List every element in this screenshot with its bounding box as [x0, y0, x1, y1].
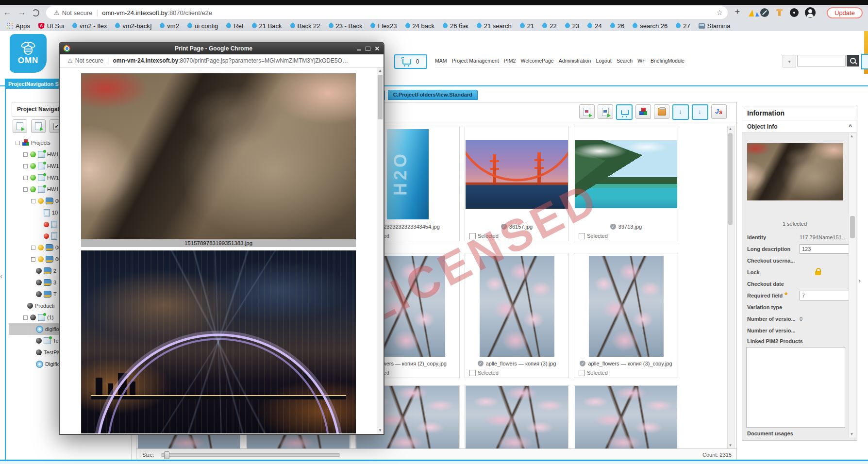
collapse-left-panel-icon[interactable]: ‹ — [0, 269, 6, 282]
bookmark-item[interactable]: 24 back — [405, 22, 435, 30]
field-input[interactable]: 123 — [800, 244, 851, 254]
grid-scrollbar[interactable]: ▲ ▼ — [727, 126, 734, 449]
omn-logo[interactable]: OMN — [10, 34, 47, 73]
print-page-window[interactable]: Print Page - Google Chrome ⚠ Not secure … — [59, 42, 384, 435]
document-cell[interactable]: aplle_flowers — копия (3).jpg Selected — [465, 253, 569, 378]
scroll-up-icon[interactable]: ▲ — [849, 133, 854, 139]
bookmark-item[interactable]: 23 — [565, 22, 579, 30]
plus-extension-icon[interactable] — [734, 8, 742, 17]
bookmark-item[interactable]: 26 бэк — [443, 22, 468, 30]
expander-icon[interactable] — [31, 199, 35, 203]
nav-item[interactable]: WelcomePage — [521, 58, 554, 64]
toolbar-button[interactable] — [598, 104, 613, 119]
reload-icon[interactable] — [32, 9, 39, 17]
bookmark-item[interactable]: 24 — [587, 22, 601, 30]
selected-checkbox[interactable] — [469, 233, 476, 239]
bookmark-item[interactable]: 21 — [520, 22, 534, 30]
global-search-button[interactable] — [847, 55, 859, 66]
scrollbar-thumb[interactable] — [850, 216, 855, 238]
bookmark-item[interactable]: UI Sui — [38, 22, 64, 30]
document-thumbnail[interactable] — [480, 256, 554, 357]
partial-edge-button[interactable] — [861, 54, 868, 69]
popup-address-bar[interactable]: ⚠ Not secure | omn-vm-24.intexsoft.by :8… — [60, 54, 384, 67]
chart-extension-icon[interactable] — [749, 10, 754, 17]
view-tab[interactable]: C.ProjectFoldersView.Standard — [388, 90, 478, 100]
toolbar-button[interactable] — [711, 104, 727, 119]
bookmark-item[interactable]: 23 - Back — [329, 22, 363, 30]
tool-extension-icon[interactable] — [778, 9, 781, 16]
selected-checkbox[interactable] — [579, 370, 585, 376]
bookmark-item[interactable]: search 26 — [633, 22, 668, 30]
document-cell[interactable]: 36157.jpg Selected — [465, 126, 569, 241]
bookmark-item[interactable]: 27 — [676, 22, 690, 30]
scroll-up-icon[interactable]: ▲ — [377, 67, 383, 74]
info-scrollbar[interactable]: ▲ ▼ — [849, 133, 856, 437]
toolbar-button[interactable] — [654, 104, 669, 119]
basket-counter[interactable]: 0 — [394, 54, 427, 69]
address-bar[interactable]: ⚠ Not secure | omn-vm-24.intexsoft.by :8… — [46, 6, 728, 19]
bookmark-item[interactable]: 21 Back — [252, 22, 282, 30]
nav-item[interactable]: WF — [637, 58, 645, 64]
expander-icon[interactable] — [31, 246, 35, 250]
bookmark-item[interactable]: Flex23 — [370, 22, 397, 30]
document-thumbnail[interactable] — [589, 256, 664, 357]
expander-icon[interactable] — [23, 164, 28, 168]
bookmark-item[interactable]: 26 — [610, 22, 624, 30]
field-input[interactable]: 7 — [800, 291, 851, 300]
export-tree-button[interactable] — [13, 119, 27, 133]
scrollbar-thumb[interactable] — [378, 75, 383, 119]
document-thumbnail[interactable]: H2O — [387, 129, 429, 219]
blocker-extension-icon[interactable] — [760, 8, 769, 17]
minimize-icon[interactable] — [357, 50, 361, 50]
bookmark-item[interactable]: 21 search — [477, 22, 512, 30]
nav-item[interactable]: Project Management — [452, 58, 499, 64]
maximize-icon[interactable] — [366, 47, 370, 51]
bookmark-item[interactable]: ui config — [187, 22, 218, 30]
expander-icon[interactable] — [23, 187, 28, 192]
expander-icon[interactable] — [23, 315, 28, 320]
document-cell[interactable] — [574, 385, 678, 450]
bookmark-item[interactable]: Ref — [226, 22, 243, 30]
bookmark-item[interactable]: vm2 — [160, 22, 179, 30]
bookmark-item[interactable]: vm2-back] — [115, 22, 151, 30]
toolbar-button[interactable] — [672, 104, 689, 120]
bookmark-item[interactable]: Back 22 — [290, 22, 320, 30]
selected-checkbox[interactable] — [469, 370, 476, 376]
forward-icon[interactable]: → — [15, 8, 29, 17]
bookmark-item[interactable]: Apps — [6, 22, 30, 30]
collapse-section-icon[interactable]: ^ — [849, 123, 852, 130]
bookmark-item[interactable]: 22 — [542, 22, 556, 30]
toolbar-button[interactable] — [616, 104, 633, 120]
expander-icon[interactable] — [23, 176, 28, 180]
slider-thumb[interactable] — [164, 451, 169, 459]
scroll-down-icon[interactable]: ▼ — [849, 431, 854, 437]
expand-right-panel-icon[interactable]: › — [858, 274, 866, 286]
expander-icon[interactable] — [31, 257, 35, 262]
nav-item[interactable]: PIM2 — [504, 58, 516, 64]
document-cell[interactable]: 39713.jpg Selected — [574, 126, 678, 241]
document-thumbnail[interactable] — [466, 386, 568, 450]
update-button[interactable]: Update — [827, 7, 863, 18]
scroll-up-icon[interactable]: ▲ — [728, 126, 733, 132]
document-thumbnail[interactable] — [466, 140, 568, 209]
scrollbar-thumb[interactable] — [728, 133, 733, 225]
pin-extension-icon[interactable] — [790, 8, 799, 17]
popup-scrollbar[interactable]: ▲ ▼ — [377, 67, 384, 433]
object-info-section-header[interactable]: Object info ^ — [742, 120, 857, 133]
back-icon[interactable]: ← — [0, 8, 15, 17]
nav-item[interactable]: Search — [617, 58, 633, 64]
close-icon[interactable] — [375, 46, 380, 51]
bookmark-star-icon[interactable]: ☆ — [717, 8, 723, 17]
thumbnail-size-slider[interactable] — [161, 453, 340, 457]
document-cell[interactable] — [465, 385, 569, 450]
toolbar-button[interactable] — [635, 104, 651, 119]
nav-item[interactable]: MAM — [435, 58, 447, 64]
nav-item[interactable]: BriefingModule — [651, 58, 684, 64]
document-thumbnail[interactable] — [575, 140, 677, 208]
nav-item[interactable]: Logout — [596, 58, 612, 64]
profile-avatar[interactable] — [805, 7, 816, 18]
toolbar-button[interactable] — [579, 104, 595, 119]
document-thumbnail[interactable] — [575, 386, 677, 450]
import-tree-button[interactable] — [31, 119, 46, 133]
scroll-down-icon[interactable]: ▼ — [728, 443, 733, 448]
